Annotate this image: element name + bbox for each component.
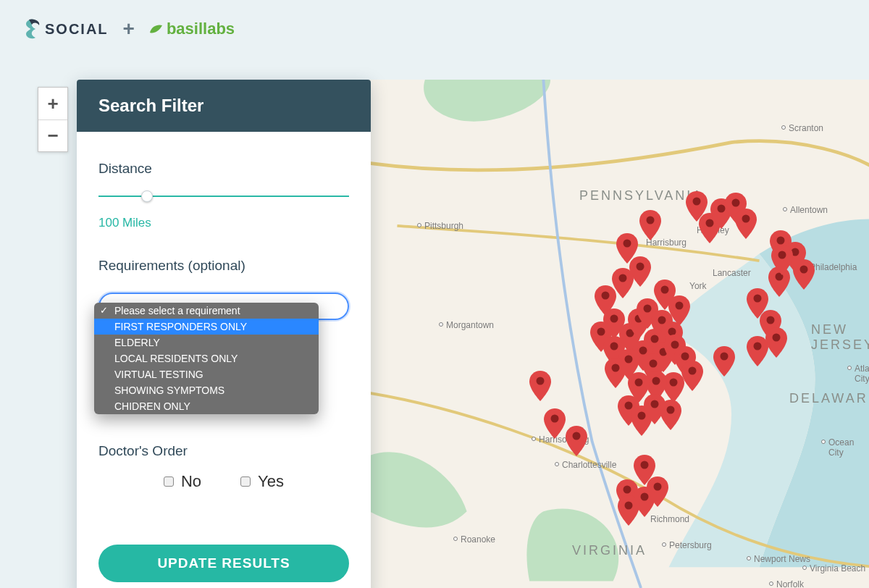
- distance-label: Distance: [98, 161, 349, 177]
- svg-point-12: [661, 286, 669, 294]
- requirements-option[interactable]: CHIDREN ONLY: [94, 398, 319, 414]
- panel-body: Distance 100 Miles Requirements (optiona…: [77, 132, 371, 588]
- svg-point-28: [681, 353, 689, 361]
- svg-point-15: [610, 343, 618, 350]
- svg-point-18: [644, 305, 652, 313]
- doctors-order-no-label: No: [181, 472, 201, 491]
- state-label: VIRGINIA: [572, 543, 647, 558]
- social-logo: SOCIAL: [25, 18, 109, 40]
- city-dot-icon: [555, 462, 559, 466]
- city-label: Charlottesville: [562, 460, 616, 470]
- zoom-out-button[interactable]: −: [38, 119, 67, 151]
- svg-point-6: [647, 217, 655, 224]
- requirements-option[interactable]: FIRST RESPONDERS ONLY: [94, 319, 319, 335]
- social-logo-text: SOCIAL: [45, 21, 109, 38]
- distance-field: Distance 100 Miles: [98, 161, 349, 230]
- svg-point-48: [754, 343, 762, 350]
- svg-point-27: [650, 360, 658, 368]
- svg-point-47: [773, 334, 781, 342]
- svg-point-42: [800, 266, 808, 274]
- city-label: Lancaster: [713, 268, 751, 278]
- requirements-option[interactable]: SHOWING SYMPTOMS: [94, 382, 319, 398]
- map-pin[interactable]: [735, 209, 757, 239]
- doctors-order-no[interactable]: No: [164, 472, 201, 491]
- doctors-order-yes[interactable]: Yes: [240, 472, 284, 491]
- leaf-icon: [149, 24, 162, 34]
- svg-point-50: [641, 461, 649, 469]
- map-pin[interactable]: [605, 358, 626, 388]
- map-pin[interactable]: [765, 327, 787, 358]
- city-dot-icon: [747, 556, 751, 560]
- svg-point-40: [777, 237, 785, 245]
- distance-value: 100 Miles: [98, 216, 349, 230]
- state-label: DELAWARE: [789, 391, 869, 406]
- requirements-option[interactable]: VIRTUAL TESTING: [94, 366, 319, 382]
- svg-point-39: [573, 432, 581, 440]
- state-label: NEW JERSEY: [811, 322, 869, 353]
- city-label: Philadelphia: [810, 262, 857, 272]
- svg-point-54: [625, 502, 633, 510]
- city-label: Pittsburgh: [424, 221, 463, 231]
- svg-point-5: [742, 215, 750, 223]
- city-label: Morgantown: [446, 320, 494, 330]
- city-label: Ocean City: [828, 437, 869, 458]
- city-label: Richmond: [650, 514, 689, 524]
- requirements-option[interactable]: ELDERLY: [94, 335, 319, 350]
- requirements-option[interactable]: LOCAL RESIDENTS ONLY: [94, 350, 319, 366]
- svg-point-1: [693, 198, 701, 206]
- doctors-order-label: Doctor's Order: [98, 443, 349, 459]
- plus-icon: +: [123, 17, 135, 41]
- city-dot-icon: [417, 223, 421, 227]
- update-results-button[interactable]: UPDATE RESULTS: [98, 545, 349, 582]
- requirements-field: Requirements (optional) Please select a …: [98, 258, 349, 320]
- map-pin[interactable]: [618, 495, 639, 526]
- svg-point-31: [652, 377, 660, 385]
- main: + − Search Filter Distance 100 Miles Req…: [29, 72, 869, 588]
- city-dot-icon: [781, 125, 786, 130]
- city-label: Newport News: [754, 554, 810, 564]
- svg-point-8: [637, 263, 645, 271]
- svg-point-4: [732, 199, 740, 207]
- city-dot-icon: [532, 437, 536, 441]
- requirements-label: Requirements (optional): [98, 258, 349, 274]
- map-pin[interactable]: [544, 408, 566, 439]
- map-pin[interactable]: [529, 371, 551, 401]
- doctors-order-field: Doctor's Order No Yes: [98, 443, 349, 491]
- city-dot-icon: [439, 322, 443, 327]
- svg-point-7: [624, 240, 631, 248]
- svg-point-51: [624, 486, 631, 494]
- map-pin[interactable]: [747, 336, 768, 366]
- city-label: Roanoke: [461, 534, 495, 545]
- city-label: York: [689, 281, 707, 291]
- map-pin[interactable]: [681, 361, 703, 391]
- zoom-in-button[interactable]: +: [38, 88, 67, 119]
- checkbox-icon[interactable]: [164, 476, 174, 487]
- city-label: Atlantic City: [855, 364, 869, 384]
- svg-point-14: [597, 328, 605, 336]
- city-dot-icon: [662, 542, 666, 547]
- city-dot-icon: [769, 581, 773, 586]
- svg-point-29: [689, 367, 697, 375]
- map[interactable]: PENNSYLVANIANEW JERSEYDELAWAREVIRGINIASc…: [369, 80, 869, 588]
- city-label: Scranton: [789, 123, 823, 133]
- requirements-dropdown[interactable]: Please select a requirementFIRST RESPOND…: [94, 303, 319, 414]
- svg-point-9: [619, 274, 627, 282]
- map-pin[interactable]: [639, 210, 661, 240]
- svg-point-35: [651, 400, 659, 408]
- map-pin[interactable]: [566, 426, 587, 456]
- map-pin[interactable]: [713, 346, 735, 377]
- city-label: Virginia Beach: [810, 563, 865, 574]
- distance-slider-thumb[interactable]: [141, 190, 153, 202]
- map-pin[interactable]: [660, 400, 681, 430]
- basillabs-logo-text: basillabs: [167, 20, 235, 38]
- svg-point-45: [754, 295, 762, 303]
- requirements-option[interactable]: Please select a requirement: [94, 303, 319, 319]
- map-pin[interactable]: [793, 259, 815, 290]
- checkbox-icon[interactable]: [240, 476, 251, 487]
- distance-slider[interactable]: [98, 196, 349, 197]
- svg-point-36: [667, 406, 675, 414]
- svg-point-44: [778, 251, 786, 259]
- map-pin[interactable]: [771, 245, 793, 275]
- svg-point-53: [641, 493, 649, 501]
- doctors-order-yes-label: Yes: [258, 472, 284, 491]
